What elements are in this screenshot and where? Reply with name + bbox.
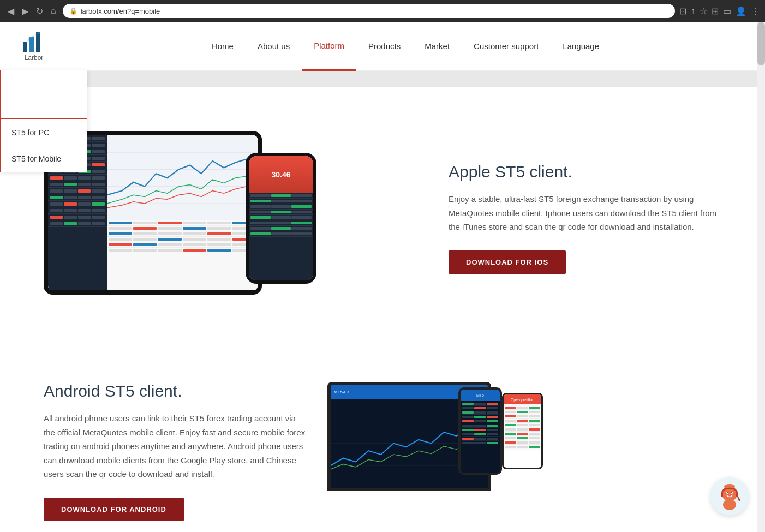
phone2-header: Open position [504, 394, 541, 404]
nav-about[interactable]: About us [246, 22, 302, 71]
tablet-data-rows [107, 220, 258, 290]
site-header: Larbor Home About us Platform ST5 for PC… [0, 22, 765, 71]
share-icon[interactable]: ↑ [691, 6, 695, 16]
apple-text-area: Apple ST5 client. Enjoy a stable, ultra-… [449, 163, 721, 274]
phone1-top: MT5 [461, 390, 500, 401]
logo-area: Larbor [22, 31, 46, 62]
phone-mockup: 30.46 [246, 153, 316, 284]
nav-platform[interactable] [1, 70, 87, 119]
dropdown-st5-mobile[interactable]: ST5 for Mobile [1, 146, 87, 172]
address-bar[interactable]: 🔒 larbofx.com/en?q=mobile [63, 4, 675, 18]
android-phone1-mockup: MT5 [458, 387, 502, 475]
android-phone2-mockup: Open position [502, 393, 543, 469]
download-android-button[interactable]: DOWNLOAD FOR ANDROID [44, 498, 184, 521]
svg-point-17 [731, 492, 732, 493]
extensions-icon[interactable]: ⊞ [712, 6, 719, 16]
svg-point-23 [738, 499, 740, 501]
support-bot-icon [716, 483, 743, 510]
android-text-area: Android ST5 client. All android phone us… [44, 382, 306, 521]
nav-language[interactable]: Language [551, 22, 611, 71]
menu-icon[interactable]: ⋮ [751, 6, 760, 16]
phone2-title: Open position [511, 398, 534, 402]
android-section-desc: All android phone users can link to thei… [44, 411, 306, 481]
window-icon[interactable]: ▭ [723, 6, 731, 16]
lock-icon: 🔒 [69, 7, 77, 15]
nav-platform[interactable]: Platform [302, 22, 356, 71]
tablet-main [107, 135, 258, 290]
browser-nav-buttons: ◀ ▶ ↻ ⌂ [5, 5, 58, 17]
download-ios-button[interactable]: DOWNLOAD FOR IOS [449, 250, 566, 274]
logo-icon [22, 31, 46, 53]
tablet-chart [107, 135, 258, 220]
phone1-body [461, 401, 500, 446]
phone2-body [504, 404, 541, 450]
nav-market[interactable]: Market [413, 22, 462, 71]
laptop-title: MT5-FX [334, 390, 350, 394]
home-button[interactable]: ⌂ [49, 5, 58, 17]
apple-section-desc: Enjoy a stable, ultra-fast ST5 foreign e… [449, 192, 721, 234]
platform-dropdown: ST5 for PC ST5 for Mobile [0, 70, 87, 172]
nav-customer-support[interactable]: Customer support [462, 22, 551, 71]
android-section-title: Android ST5 client. [44, 382, 306, 401]
apple-section: 30.46 Apple ST5 client. Enjoy a stable, … [0, 87, 765, 349]
svg-rect-20 [721, 493, 723, 497]
phone-top: 30.46 [249, 156, 313, 193]
scrollbar-thumb[interactable] [757, 22, 765, 65]
profile-icon[interactable]: 👤 [736, 6, 746, 16]
logo-text: Larbor [25, 54, 44, 62]
android-phone2-screen: Open position [504, 394, 541, 468]
svg-rect-2 [36, 32, 40, 52]
svg-point-19 [723, 499, 736, 510]
phone1-title: MT5 [476, 393, 484, 397]
support-bot-button[interactable] [710, 477, 749, 516]
nav-home[interactable]: Home [200, 22, 246, 71]
bookmark-icon[interactable]: ☆ [700, 6, 707, 16]
main-nav: Home About us Platform ST5 for PC ST5 fo… [68, 22, 743, 71]
dropdown-st5-pc[interactable]: ST5 for PC [1, 119, 87, 146]
forward-button[interactable]: ▶ [20, 5, 31, 17]
apple-section-title: Apple ST5 client. [449, 163, 721, 181]
phone-body [249, 193, 313, 280]
scrollbar-track [757, 22, 765, 532]
price-display: 30.46 [271, 170, 290, 179]
svg-point-16 [727, 492, 728, 493]
android-devices-mockup: MT5-FX MT5 [327, 382, 721, 532]
browser-chrome: ◀ ▶ ↻ ⌂ 🔒 larbofx.com/en?q=mobile ⊡ ↑ ☆ … [0, 0, 765, 22]
page-banner [0, 71, 765, 87]
screenshot-icon[interactable]: ⊡ [679, 6, 686, 16]
android-phone1-screen: MT5 [461, 390, 500, 473]
android-section: Android ST5 client. All android phone us… [0, 349, 765, 532]
back-button[interactable]: ◀ [5, 5, 16, 17]
phone-screen: 30.46 [249, 156, 313, 280]
nav-products[interactable]: Products [356, 22, 413, 71]
browser-actions: ⊡ ↑ ☆ ⊞ ▭ 👤 ⋮ [679, 6, 760, 16]
svg-rect-0 [23, 42, 27, 52]
reload-button[interactable]: ↻ [34, 5, 45, 17]
url-text: larbofx.com/en?q=mobile [81, 7, 160, 15]
